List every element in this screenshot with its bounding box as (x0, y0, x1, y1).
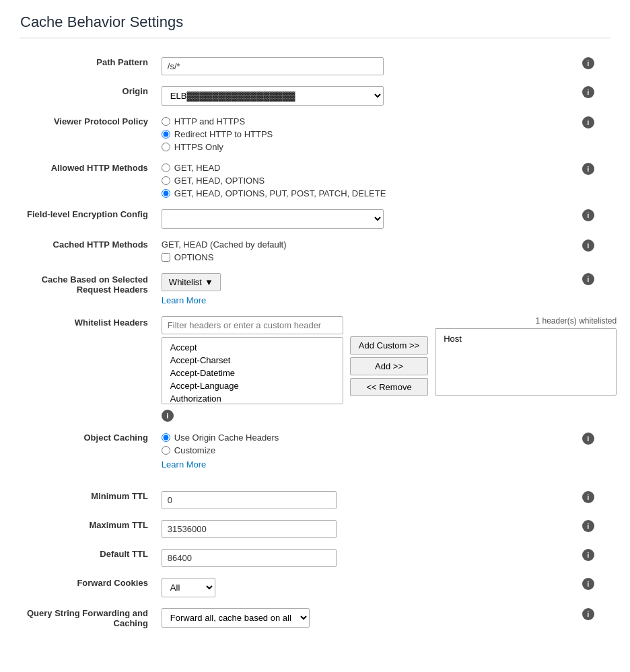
viewer-protocol-info-icon[interactable]: i (582, 116, 594, 128)
maximum-ttl-label: Maximum TTL (89, 520, 147, 530)
object-caching-customize-radio[interactable] (162, 446, 170, 455)
query-string-info-icon[interactable]: i (582, 608, 594, 620)
field-encryption-label: Field-level Encryption Config (27, 209, 148, 219)
forward-cookies-label: Forward Cookies (77, 578, 147, 588)
cached-options-checkbox[interactable] (162, 253, 170, 262)
add-button[interactable]: Add >> (350, 357, 428, 375)
viewer-protocol-https-only-radio[interactable] (162, 143, 170, 151)
default-ttl-input[interactable] (162, 549, 337, 567)
cache-headers-learn-more[interactable]: Learn More (162, 295, 206, 305)
whitelist-label: Whitelist (169, 277, 202, 287)
default-ttl-label: Default TTL (100, 549, 148, 559)
viewer-protocol-redirect-label: Redirect HTTP to HTTPS (174, 129, 273, 139)
allowed-methods-get-head-label: GET, HEAD (174, 163, 221, 173)
remove-button[interactable]: << Remove (350, 378, 428, 396)
object-caching-label: Object Caching (84, 433, 148, 443)
cached-methods-default: GET, HEAD (Cached by default) (162, 239, 569, 250)
field-encryption-info-icon[interactable]: i (582, 209, 594, 221)
default-ttl-info-icon[interactable]: i (582, 549, 594, 561)
cached-methods-info-icon[interactable]: i (582, 239, 594, 252)
add-custom-button[interactable]: Add Custom >> (350, 336, 428, 354)
allowed-methods-info-icon[interactable]: i (582, 163, 594, 175)
header-accept[interactable]: Accept (168, 341, 337, 354)
header-accept-language[interactable]: Accept-Language (168, 379, 337, 392)
object-caching-customize[interactable]: Customize (162, 445, 569, 455)
cached-options-label: OPTIONS (174, 252, 214, 262)
header-filter-input[interactable] (162, 316, 343, 334)
viewer-protocol-redirect-radio[interactable] (162, 130, 170, 139)
object-caching-origin-radio[interactable] (162, 433, 170, 442)
cached-methods-label: Cached HTTP Methods (53, 239, 148, 250)
allowed-methods-get-head-options[interactable]: GET, HEAD, OPTIONS (162, 176, 569, 186)
object-caching-origin[interactable]: Use Origin Cache Headers (162, 433, 569, 443)
viewer-protocol-https-only-label: HTTPS Only (174, 142, 223, 152)
object-caching-customize-label: Customize (174, 445, 215, 455)
object-caching-info-icon[interactable]: i (582, 433, 594, 445)
header-authorization[interactable]: Authorization (168, 392, 337, 404)
whitelist-headers-info-icon[interactable]: i (162, 410, 174, 422)
minimum-ttl-input[interactable] (162, 491, 337, 509)
whitelisted-count: 1 header(s) whitelisted (435, 316, 617, 326)
header-accept-datetime[interactable]: Accept-Datetime (168, 367, 337, 379)
headers-action-panel: Add Custom >> Add >> << Remove (350, 336, 428, 396)
origin-label: Origin (123, 86, 148, 96)
maximum-ttl-input[interactable] (162, 520, 337, 538)
allowed-methods-get-head-radio[interactable] (162, 163, 170, 172)
allowed-methods-all-label: GET, HEAD, OPTIONS, PUT, POST, PATCH, DE… (174, 188, 386, 198)
query-string-select[interactable]: Forward all, cache based on all None For… (162, 608, 310, 628)
header-accept-charset[interactable]: Accept-Charset (168, 354, 337, 367)
minimum-ttl-info-icon[interactable]: i (582, 491, 594, 503)
origin-info-icon[interactable]: i (582, 86, 594, 98)
viewer-protocol-http-https[interactable]: HTTP and HTTPS (162, 116, 569, 126)
page-title: Cache Behavior Settings (20, 13, 610, 38)
query-string-label: Query String Forwarding andCaching (27, 608, 148, 628)
forward-cookies-select[interactable]: All None Whitelist (162, 578, 215, 597)
object-caching-group: Use Origin Cache Headers Customize (162, 433, 569, 455)
viewer-protocol-https-only[interactable]: HTTPS Only (162, 142, 569, 152)
object-caching-origin-label: Use Origin Cache Headers (174, 433, 279, 443)
headers-right-panel: 1 header(s) whitelisted Host (435, 316, 617, 396)
path-pattern-input[interactable] (162, 57, 384, 75)
cache-headers-info-icon[interactable]: i (582, 273, 594, 285)
path-pattern-info-icon[interactable]: i (582, 57, 594, 69)
whitelist-dropdown-button[interactable]: Whitelist ▼ (162, 273, 221, 291)
headers-left-panel: Accept Accept-Charset Accept-Datetime Ac… (162, 316, 343, 404)
viewer-protocol-redirect[interactable]: Redirect HTTP to HTTPS (162, 129, 569, 139)
whitelisted-headers-list[interactable]: Host (435, 328, 617, 396)
viewer-protocol-http-https-radio[interactable] (162, 117, 170, 126)
cache-headers-content: Whitelist ▼ Learn More (162, 273, 569, 305)
forward-cookies-info-icon[interactable]: i (582, 578, 594, 590)
object-caching-learn-more[interactable]: Learn More (162, 459, 206, 470)
cached-methods-options-checkbox[interactable]: OPTIONS (162, 252, 569, 262)
allowed-methods-group: GET, HEAD GET, HEAD, OPTIONS GET, HEAD, … (162, 163, 569, 198)
field-encryption-select[interactable] (162, 209, 384, 229)
minimum-ttl-label: Minimum TTL (91, 491, 148, 501)
viewer-protocol-http-https-label: HTTP and HTTPS (174, 116, 245, 126)
allowed-methods-all-radio[interactable] (162, 189, 170, 198)
allowed-methods-get-head-options-label: GET, HEAD, OPTIONS (174, 176, 265, 186)
whitelist-chevron-icon: ▼ (205, 277, 213, 287)
origin-select[interactable]: ELB▓▓▓▓▓▓▓▓▓▓▓▓▓▓▓▓▓ (162, 86, 384, 106)
allowed-methods-all[interactable]: GET, HEAD, OPTIONS, PUT, POST, PATCH, DE… (162, 188, 569, 198)
cached-methods-content: GET, HEAD (Cached by default) OPTIONS (162, 239, 569, 262)
cache-headers-label: Cache Based on SelectedRequest Headers (42, 274, 148, 295)
allowed-methods-label: Allowed HTTP Methods (51, 163, 148, 173)
path-pattern-label: Path Pattern (96, 57, 148, 67)
allowed-methods-get-head-options-radio[interactable] (162, 176, 170, 185)
whitelist-headers-container: Accept Accept-Charset Accept-Datetime Ac… (162, 316, 617, 404)
maximum-ttl-info-icon[interactable]: i (582, 520, 594, 532)
whitelisted-host[interactable]: Host (441, 332, 610, 345)
allowed-methods-get-head[interactable]: GET, HEAD (162, 163, 569, 173)
available-headers-list[interactable]: Accept Accept-Charset Accept-Datetime Ac… (162, 337, 343, 404)
viewer-protocol-label: Viewer Protocol Policy (54, 116, 148, 126)
viewer-protocol-group: HTTP and HTTPS Redirect HTTP to HTTPS HT… (162, 116, 569, 152)
whitelist-headers-label: Whitelist Headers (75, 318, 148, 328)
